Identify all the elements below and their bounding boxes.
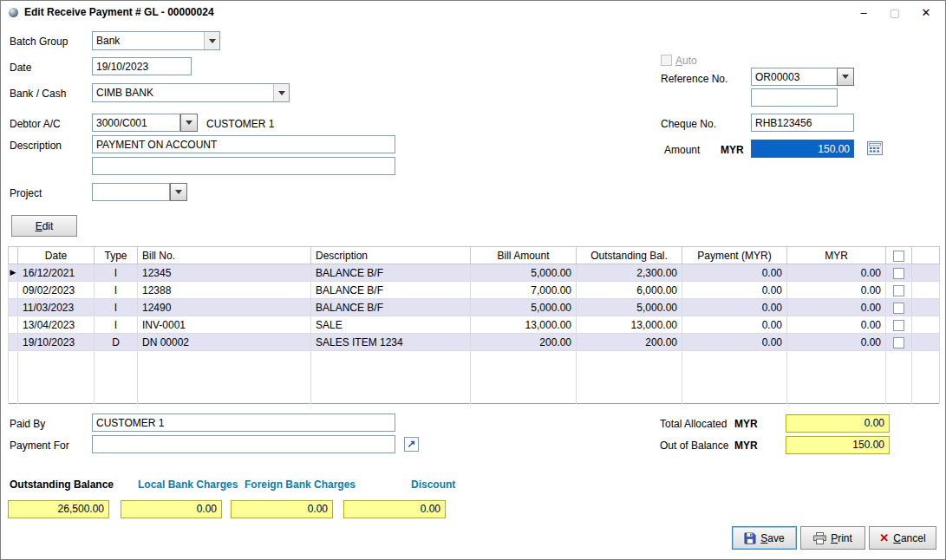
- cell-description[interactable]: BALANCE B/F: [311, 264, 471, 282]
- col-header-select-all[interactable]: [886, 247, 912, 264]
- cell-bill_amount[interactable]: 200.00: [471, 334, 577, 351]
- minimize-button[interactable]: –: [848, 1, 879, 23]
- auto-checkbox[interactable]: [661, 55, 672, 66]
- cell-myr[interactable]: 0.00: [787, 316, 886, 334]
- cell-date[interactable]: 19/10/2023: [18, 334, 95, 351]
- description-input-2[interactable]: [92, 157, 395, 175]
- cell-type[interactable]: I: [95, 299, 138, 316]
- cell-bill_no[interactable]: 12490: [138, 299, 311, 316]
- cell-bill_amount[interactable]: 5,000.00: [471, 299, 577, 316]
- cell-bill_no[interactable]: INV-0001: [138, 316, 311, 334]
- batch-group-dropdown-button[interactable]: [204, 32, 219, 49]
- row-checkbox[interactable]: [893, 337, 904, 348]
- local-bank-charges-value[interactable]: 0.00: [121, 500, 222, 518]
- col-header-myr[interactable]: MYR: [787, 247, 886, 264]
- cell-bill_amount[interactable]: 7,000.00: [471, 282, 577, 299]
- foreign-bank-charges-value[interactable]: 0.00: [231, 500, 333, 518]
- project-dropdown-button[interactable]: [170, 183, 187, 201]
- cell-date[interactable]: 13/04/2023: [18, 316, 95, 334]
- cell-bill_amount[interactable]: 13,000.00: [471, 316, 577, 334]
- batch-group-combo[interactable]: [92, 31, 220, 50]
- cell-select[interactable]: [886, 299, 912, 316]
- cell-bill_no[interactable]: 12345: [138, 264, 311, 282]
- row-checkbox[interactable]: [893, 285, 904, 296]
- cell-bill_amount[interactable]: 5,000.00: [471, 264, 577, 282]
- row-selector[interactable]: [9, 282, 18, 299]
- cell-payment[interactable]: 0.00: [682, 282, 787, 299]
- cell-outstanding[interactable]: 200.00: [577, 334, 682, 351]
- amount-input[interactable]: [751, 140, 854, 158]
- cell-myr[interactable]: 0.00: [787, 282, 886, 299]
- cell-select[interactable]: [886, 264, 912, 282]
- payment-for-expand-button[interactable]: ↗: [404, 437, 419, 452]
- cell-bill_no[interactable]: 12388: [138, 282, 311, 299]
- row-checkbox[interactable]: [893, 303, 904, 314]
- edit-button[interactable]: Edit: [11, 215, 77, 237]
- col-header-bill-amount[interactable]: Bill Amount: [471, 247, 577, 264]
- cell-payment[interactable]: 0.00: [682, 264, 787, 282]
- cell-description[interactable]: SALE: [311, 316, 471, 334]
- bank-cash-dropdown-button[interactable]: [273, 84, 289, 101]
- maximize-button[interactable]: ▢: [879, 1, 910, 23]
- batch-group-input[interactable]: [93, 32, 204, 49]
- cell-outstanding[interactable]: 5,000.00: [577, 299, 682, 316]
- save-button[interactable]: Save: [732, 526, 797, 550]
- row-selector[interactable]: [9, 334, 18, 351]
- cell-myr[interactable]: 0.00: [787, 299, 886, 316]
- cell-myr[interactable]: 0.00: [787, 264, 886, 282]
- reference-no-input-2[interactable]: [751, 88, 838, 107]
- col-header-description[interactable]: Description: [311, 247, 471, 264]
- cell-select[interactable]: [886, 316, 912, 334]
- cell-type[interactable]: I: [95, 282, 138, 299]
- col-header-payment[interactable]: Payment (MYR): [682, 247, 787, 264]
- cell-payment[interactable]: 0.00: [682, 299, 787, 316]
- print-button[interactable]: Print: [800, 526, 865, 550]
- date-input[interactable]: [92, 57, 192, 75]
- cell-type[interactable]: I: [95, 264, 138, 282]
- cell-bill_no[interactable]: DN 00002: [138, 334, 311, 351]
- cell-type[interactable]: D: [95, 334, 138, 351]
- col-header-bill-no[interactable]: Bill No.: [138, 247, 311, 264]
- project-input[interactable]: [92, 183, 170, 201]
- cell-type[interactable]: I: [95, 316, 138, 334]
- col-header-outstanding[interactable]: Outstanding Bal.: [577, 247, 682, 264]
- cell-date[interactable]: 09/02/2023: [18, 282, 95, 299]
- cell-payment[interactable]: 0.00: [682, 316, 787, 334]
- cell-outstanding[interactable]: 13,000.00: [577, 316, 682, 334]
- col-header-type[interactable]: Type: [95, 247, 138, 264]
- cell-select[interactable]: [886, 334, 912, 351]
- cell-myr[interactable]: 0.00: [787, 334, 886, 351]
- row-selector[interactable]: [9, 299, 18, 316]
- reference-no-input[interactable]: [751, 68, 838, 86]
- bank-cash-input[interactable]: [93, 84, 273, 101]
- cell-date[interactable]: 11/03/2023: [18, 299, 95, 316]
- cell-date[interactable]: 16/12/2021: [18, 264, 95, 282]
- cell-outstanding[interactable]: 6,000.00: [577, 282, 682, 299]
- debtor-dropdown-button[interactable]: [180, 114, 198, 132]
- row-checkbox[interactable]: [893, 268, 904, 279]
- bank-cash-combo[interactable]: [92, 83, 290, 102]
- cell-description[interactable]: BALANCE B/F: [311, 299, 471, 316]
- col-header-date[interactable]: Date: [18, 247, 95, 264]
- discount-value[interactable]: 0.00: [343, 500, 446, 518]
- cell-select[interactable]: [886, 282, 912, 299]
- cell-outstanding[interactable]: 2,300.00: [577, 264, 682, 282]
- cell-payment[interactable]: 0.00: [682, 334, 787, 351]
- cell-description[interactable]: SALES ITEM 1234: [311, 334, 471, 351]
- description-input[interactable]: [92, 135, 395, 153]
- select-all-checkbox[interactable]: [893, 251, 904, 262]
- row-checkbox[interactable]: [893, 320, 904, 331]
- cell-description[interactable]: BALANCE B/F: [311, 282, 471, 299]
- row-selector[interactable]: [9, 316, 18, 334]
- titlebar: Edit Receive Payment # GL - 00000024 – ▢…: [1, 1, 945, 23]
- row-selector[interactable]: ▶: [9, 264, 18, 282]
- close-button[interactable]: ✕: [910, 1, 942, 23]
- reference-no-dropdown-button[interactable]: [837, 68, 854, 86]
- calculator-button[interactable]: [867, 141, 883, 158]
- cell-filler: [912, 282, 940, 299]
- payment-for-input[interactable]: [92, 435, 395, 453]
- cancel-button[interactable]: ✕ Cancel: [869, 526, 936, 550]
- cheque-no-input[interactable]: [751, 114, 854, 132]
- paid-by-input[interactable]: [92, 413, 395, 432]
- debtor-input[interactable]: [92, 114, 180, 132]
